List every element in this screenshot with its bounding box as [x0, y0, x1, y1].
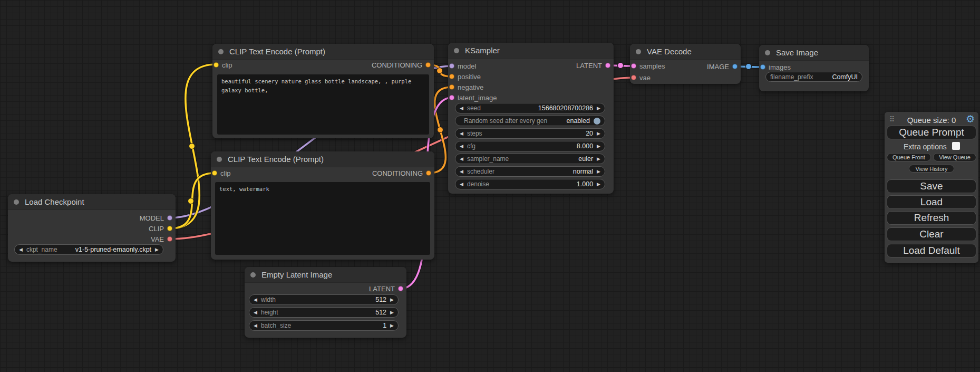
cfg-widget[interactable]: ◀ cfg 8.000 ▶: [455, 141, 605, 151]
queue-prompt-button[interactable]: Queue Prompt: [887, 126, 976, 139]
node-title-bar[interactable]: CLIP Text Encode (Prompt): [211, 151, 434, 167]
vae-output-port[interactable]: [167, 236, 172, 242]
node-clip-text-encode-negative[interactable]: CLIP Text Encode (Prompt) clip CONDITION…: [211, 151, 434, 260]
toggle-indicator[interactable]: [594, 118, 600, 125]
increment-arrow-icon[interactable]: ▶: [390, 310, 394, 315]
node-title-bar[interactable]: Load Checkpoint: [8, 194, 176, 210]
prompt-text-area[interactable]: beautiful scenery nature glass bottle la…: [217, 74, 429, 135]
decrement-arrow-icon[interactable]: ◀: [460, 157, 463, 161]
model-output-port[interactable]: [167, 215, 172, 221]
increment-arrow-icon[interactable]: ▶: [155, 247, 159, 252]
load-button[interactable]: Load: [887, 195, 976, 209]
increment-arrow-icon[interactable]: ▶: [597, 169, 600, 174]
collapse-dot-icon[interactable]: [14, 199, 19, 205]
increment-arrow-icon[interactable]: ▶: [597, 106, 600, 111]
decrement-arrow-icon[interactable]: ◀: [19, 247, 23, 252]
node-clip-text-encode-positive[interactable]: CLIP Text Encode (Prompt) clip CONDITION…: [212, 44, 434, 138]
widget-value: 8.000: [577, 142, 593, 150]
latent-output-port[interactable]: [605, 63, 610, 68]
collapse-dot-icon[interactable]: [217, 157, 222, 162]
node-save-image[interactable]: Save Image images filename_prefix ComfyU…: [759, 45, 869, 91]
load-default-button[interactable]: Load Default: [887, 244, 976, 257]
node-load-checkpoint[interactable]: Load Checkpoint MODEL CLIP VAE ◀ ckpt_na…: [8, 194, 176, 262]
batch-size-widget[interactable]: ◀ batch_size 1 ▶: [249, 320, 399, 331]
decrement-arrow-icon[interactable]: ◀: [460, 106, 463, 111]
denoise-widget[interactable]: ◀ denoise 1.000 ▶: [455, 179, 605, 189]
width-widget[interactable]: ◀ width 512 ▶: [249, 294, 399, 305]
view-history-button[interactable]: View History: [909, 165, 954, 173]
seed-widget[interactable]: ◀ seed 156680208700286 ▶: [455, 103, 605, 113]
vae-output-label: VAE: [151, 235, 164, 243]
clip-input-port[interactable]: [212, 170, 217, 176]
decrement-arrow-icon[interactable]: ◀: [460, 144, 463, 149]
node-empty-latent-image[interactable]: Empty Latent Image LATENT ◀ width 512 ▶ …: [245, 267, 406, 338]
collapse-dot-icon[interactable]: [218, 49, 224, 54]
decrement-arrow-icon[interactable]: ◀: [254, 298, 257, 302]
prompt-text-area[interactable]: text, watermark: [215, 182, 430, 255]
node-graph-canvas[interactable]: Load Checkpoint MODEL CLIP VAE ◀ ckpt_na…: [0, 0, 980, 372]
sampler-name-widget[interactable]: ◀ sampler_name euler ▶: [455, 154, 605, 164]
node-title-bar[interactable]: CLIP Text Encode (Prompt): [212, 44, 434, 60]
queue-front-button[interactable]: Queue Front: [887, 153, 931, 161]
latent-output-port[interactable]: [398, 286, 403, 291]
extra-options-checkbox[interactable]: [952, 142, 960, 150]
increment-arrow-icon[interactable]: ▶: [597, 144, 600, 149]
node-ksampler[interactable]: KSampler model positive negative latent_…: [448, 43, 614, 194]
clear-button[interactable]: Clear: [887, 227, 976, 241]
increment-arrow-icon[interactable]: ▶: [597, 131, 600, 136]
latent-output-label: LATENT: [369, 285, 395, 293]
node-title: KSampler: [465, 46, 500, 55]
node-title-bar[interactable]: Empty Latent Image: [245, 267, 406, 283]
widget-value: 20: [586, 130, 593, 137]
negative-input-label: negative: [458, 83, 483, 91]
increment-arrow-icon[interactable]: ▶: [597, 157, 600, 161]
latent-image-input-port[interactable]: [449, 95, 454, 100]
node-title-bar[interactable]: KSampler: [448, 43, 614, 59]
clip-output-port[interactable]: [167, 226, 172, 231]
images-input-port[interactable]: [760, 64, 765, 70]
negative-input-port[interactable]: [449, 84, 454, 90]
model-output-label: MODEL: [140, 214, 164, 222]
node-title-bar[interactable]: Save Image: [759, 45, 869, 61]
filename-prefix-widget[interactable]: filename_prefix ComfyUI: [765, 72, 862, 82]
view-queue-button[interactable]: View Queue: [933, 153, 976, 161]
clip-input-port[interactable]: [214, 62, 219, 68]
node-vae-decode[interactable]: VAE Decode samples vae IMAGE: [630, 44, 741, 84]
node-title-bar[interactable]: VAE Decode: [630, 44, 741, 60]
link-midpoint-dot: [746, 64, 752, 70]
link-midpoint-dot: [438, 127, 443, 133]
increment-arrow-icon[interactable]: ▶: [597, 182, 600, 187]
scheduler-widget[interactable]: ◀ scheduler normal ▶: [455, 166, 605, 177]
decrement-arrow-icon[interactable]: ◀: [254, 310, 257, 315]
decrement-arrow-icon[interactable]: ◀: [254, 323, 257, 328]
positive-input-port[interactable]: [449, 74, 454, 79]
queue-panel[interactable]: ⠿ Queue size: 0 ⚙ Queue Prompt Extra opt…: [885, 112, 978, 263]
link-midpoint-dot: [437, 68, 443, 74]
settings-gear-icon[interactable]: ⚙: [966, 114, 975, 124]
decrement-arrow-icon[interactable]: ◀: [460, 182, 463, 187]
ckpt-name-widget[interactable]: ◀ ckpt_name v1-5-pruned-emaonly.ckpt ▶: [14, 244, 163, 255]
vae-input-port[interactable]: [631, 75, 636, 80]
widget-value: 1: [383, 322, 386, 329]
increment-arrow-icon[interactable]: ▶: [390, 323, 394, 328]
model-input-port[interactable]: [449, 63, 454, 69]
increment-arrow-icon[interactable]: ▶: [390, 298, 394, 302]
collapse-dot-icon[interactable]: [250, 272, 256, 278]
conditioning-output-port[interactable]: [425, 62, 431, 68]
decrement-arrow-icon[interactable]: ◀: [460, 169, 463, 174]
steps-widget[interactable]: ◀ steps 20 ▶: [455, 128, 605, 139]
collapse-dot-icon[interactable]: [636, 49, 641, 54]
conditioning-output-port[interactable]: [426, 170, 431, 176]
save-button[interactable]: Save: [887, 179, 976, 193]
collapse-dot-icon[interactable]: [765, 50, 770, 55]
widget-name: ckpt_name: [26, 246, 57, 253]
refresh-button[interactable]: Refresh: [887, 211, 976, 225]
image-output-port[interactable]: [732, 64, 738, 69]
decrement-arrow-icon[interactable]: ◀: [460, 131, 463, 136]
node-title: VAE Decode: [647, 47, 692, 56]
random-seed-toggle-widget[interactable]: Random seed after every gen enabled: [455, 116, 605, 126]
clip-input-label: clip: [220, 169, 231, 177]
collapse-dot-icon[interactable]: [454, 48, 459, 53]
samples-input-port[interactable]: [631, 63, 636, 69]
height-widget[interactable]: ◀ height 512 ▶: [249, 307, 399, 318]
